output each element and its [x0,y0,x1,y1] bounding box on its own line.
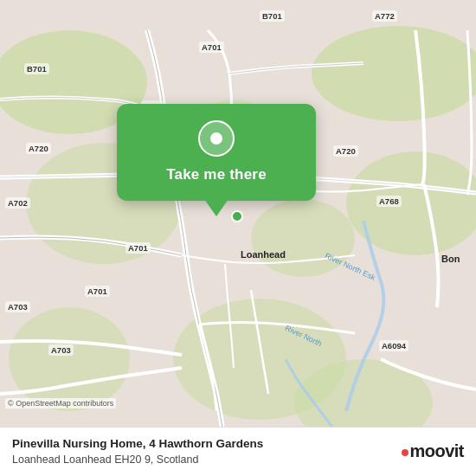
svg-point-10 [232,211,242,222]
moovit-dot [402,449,408,456]
svg-point-12 [210,132,222,145]
place-label-loanhead: Loanhead [241,249,286,260]
road-label-a720-right: A720 [333,145,358,157]
info-bar: Pinevilla Nursing Home, 4 Hawthorn Garde… [0,427,476,476]
road-label-b701: B701 [260,10,285,22]
place-label-bon: Bon [441,254,460,264]
road-label-b701-left: B701 [24,63,49,74]
map-container: A701 B701 A772 A720 A720 A702 A701 A701 … [0,0,476,476]
location-pin-icon [197,119,235,158]
place-address-line2: Loanhead Loanhead EH20 9, Scotland [12,453,393,468]
info-left: Pinevilla Nursing Home, 4 Hawthorn Garde… [12,436,393,467]
osm-credit: © OpenStreetMap contributors [5,398,116,408]
road-label-a701-mid: A701 [125,242,151,254]
callout-label: Take me there [166,166,267,183]
road-label-a701-top: A701 [199,42,224,53]
road-label-a703-bot: A703 [48,344,74,356]
road-label-a6094: A6094 [379,340,408,351]
svg-point-6 [9,307,130,411]
take-me-there-button[interactable]: Take me there [117,104,316,201]
road-label-a772-top: A772 [372,10,397,22]
road-label-a720-left: A720 [26,143,51,154]
moovit-logo-text: moovit [402,441,464,461]
road-label-a702: A702 [5,197,30,209]
road-label-a703-top: A703 [5,301,30,312]
place-name-line1: Pinevilla Nursing Home, 4 Hawthorn Garde… [12,436,393,453]
road-label-a701-low: A701 [85,286,110,297]
road-label-a768: A768 [376,196,402,207]
moovit-logo: moovit [402,441,464,461]
